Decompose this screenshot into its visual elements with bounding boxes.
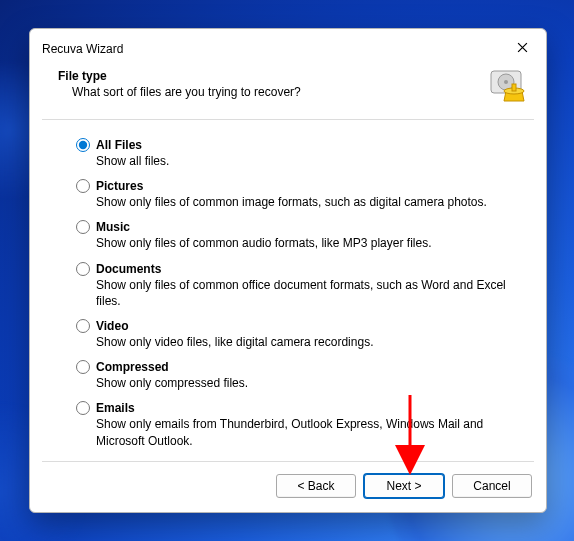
window-title: Recuva Wizard [42,42,123,56]
back-button[interactable]: < Back [276,474,356,498]
header-title: File type [58,69,478,83]
option-all: All FilesShow all files. [76,138,520,169]
option-compressed-radio[interactable] [76,360,90,374]
cancel-button[interactable]: Cancel [452,474,532,498]
option-music-label: Music [96,220,130,234]
wizard-window: Recuva Wizard File type What sort of fil… [29,28,547,513]
option-emails-radio[interactable] [76,401,90,415]
desktop-background: Recuva Wizard File type What sort of fil… [0,0,574,541]
wizard-footer: < Back Next > Cancel [30,462,546,512]
option-documents-desc: Show only files of common office documen… [96,277,520,309]
option-emails-label: Emails [96,401,135,415]
option-music-radio[interactable] [76,220,90,234]
option-all-row[interactable]: All Files [76,138,520,152]
option-documents: DocumentsShow only files of common offic… [76,262,520,309]
option-pictures-row[interactable]: Pictures [76,179,520,193]
option-pictures-radio[interactable] [76,179,90,193]
option-video-desc: Show only video files, like digital came… [96,334,520,350]
options-panel: All FilesShow all files.PicturesShow onl… [30,120,546,461]
header-subtitle: What sort of files are you trying to rec… [72,85,478,99]
option-compressed-row[interactable]: Compressed [76,360,520,374]
option-all-radio[interactable] [76,138,90,152]
option-emails: EmailsShow only emails from Thunderbird,… [76,401,520,448]
option-video-radio[interactable] [76,319,90,333]
option-music-desc: Show only files of common audio formats,… [96,235,520,251]
next-button[interactable]: Next > [364,474,444,498]
svg-point-2 [504,80,508,84]
wizard-header: File type What sort of files are you try… [30,65,546,119]
option-compressed-label: Compressed [96,360,169,374]
option-compressed: CompressedShow only compressed files. [76,360,520,391]
option-music-row[interactable]: Music [76,220,520,234]
option-documents-row[interactable]: Documents [76,262,520,276]
option-emails-desc: Show only emails from Thunderbird, Outlo… [96,416,520,448]
option-pictures-label: Pictures [96,179,143,193]
option-video-row[interactable]: Video [76,319,520,333]
option-music: MusicShow only files of common audio for… [76,220,520,251]
option-compressed-desc: Show only compressed files. [96,375,520,391]
option-video-label: Video [96,319,128,333]
option-video: VideoShow only video files, like digital… [76,319,520,350]
close-icon [517,42,528,56]
option-all-desc: Show all files. [96,153,520,169]
option-pictures-desc: Show only files of common image formats,… [96,194,520,210]
option-documents-label: Documents [96,262,161,276]
svg-rect-4 [512,84,516,91]
option-all-label: All Files [96,138,142,152]
option-emails-row[interactable]: Emails [76,401,520,415]
option-pictures: PicturesShow only files of common image … [76,179,520,210]
drive-recovery-icon [488,69,528,109]
option-documents-radio[interactable] [76,262,90,276]
titlebar: Recuva Wizard [30,29,546,65]
close-button[interactable] [508,37,536,61]
